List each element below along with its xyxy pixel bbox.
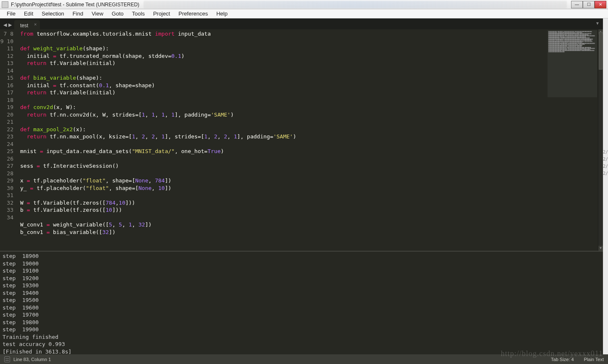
minimap[interactable]: █████████████████ ███████████ ██████████…: [548, 30, 597, 97]
menu-tools[interactable]: Tools: [128, 10, 149, 18]
editor-frame: ◀ ▶ test × ▼ 7 8 9 10 11 12 13 14 15 16 …: [0, 18, 603, 354]
code-view[interactable]: from tensorflow.examples.tutorials.mnist…: [18, 29, 603, 251]
tab-row: ◀ ▶ test × ▼: [0, 18, 603, 29]
build-console[interactable]: step 18900 step 19000 step 19100 step 19…: [0, 252, 603, 354]
status-tabsize[interactable]: Tab Size: 4: [551, 357, 574, 362]
vertical-scrollbar[interactable]: ▲ ▼: [598, 29, 603, 251]
status-menu-icon[interactable]: [4, 356, 10, 362]
tab-label: test: [20, 23, 28, 29]
menu-find[interactable]: Find: [68, 10, 87, 18]
status-syntax[interactable]: Plain Text: [584, 357, 604, 362]
app-icon: [2, 1, 8, 8]
status-linecol[interactable]: Line 83, Column 1: [13, 357, 51, 362]
menu-view[interactable]: View: [87, 10, 107, 18]
tab-overflow-icon[interactable]: ▼: [595, 21, 600, 26]
tab-next-icon[interactable]: ▶: [8, 22, 12, 28]
tab-prev-icon[interactable]: ◀: [3, 22, 7, 28]
minimize-button[interactable]: —: [571, 1, 583, 8]
window-controls: — ☐ ✕: [571, 1, 606, 8]
menu-project[interactable]: Project: [149, 10, 174, 18]
side-annotations: 2/ 2/ 2/ 2/: [603, 148, 608, 177]
menu-help[interactable]: Help: [212, 10, 232, 18]
window-title: F:\pythonProject\tf\test - Sublime Text …: [11, 2, 139, 8]
tab-close-icon[interactable]: ×: [34, 22, 37, 27]
code-editor[interactable]: 7 8 9 10 11 12 13 14 15 16 17 18 19 20 2…: [0, 29, 603, 251]
scroll-thumb[interactable]: [599, 32, 603, 70]
menu-preferences[interactable]: Preferences: [174, 10, 212, 18]
right-scroll-track: 2/ 2/ 2/ 2/: [603, 18, 608, 354]
taskbar-blur: [144, 1, 567, 8]
line-gutter: 7 8 9 10 11 12 13 14 15 16 17 18 19 20 2…: [0, 29, 18, 251]
close-button[interactable]: ✕: [595, 1, 606, 8]
menu-file[interactable]: File: [3, 10, 20, 18]
tab-nav-arrows: ◀ ▶: [3, 22, 14, 29]
menu-edit[interactable]: Edit: [20, 10, 37, 18]
tab-test[interactable]: test ×: [14, 20, 40, 29]
menu-selection[interactable]: Selection: [37, 10, 68, 18]
menu-goto[interactable]: Goto: [107, 10, 128, 18]
maximize-button[interactable]: ☐: [583, 1, 595, 8]
menubar: FileEditSelectionFindViewGotoToolsProjec…: [0, 9, 608, 18]
scroll-down-icon[interactable]: ▼: [598, 246, 603, 251]
statusbar: Line 83, Column 1 Tab Size: 4 Plain Text: [0, 354, 608, 364]
titlebar: F:\pythonProject\tf\test - Sublime Text …: [0, 0, 608, 9]
